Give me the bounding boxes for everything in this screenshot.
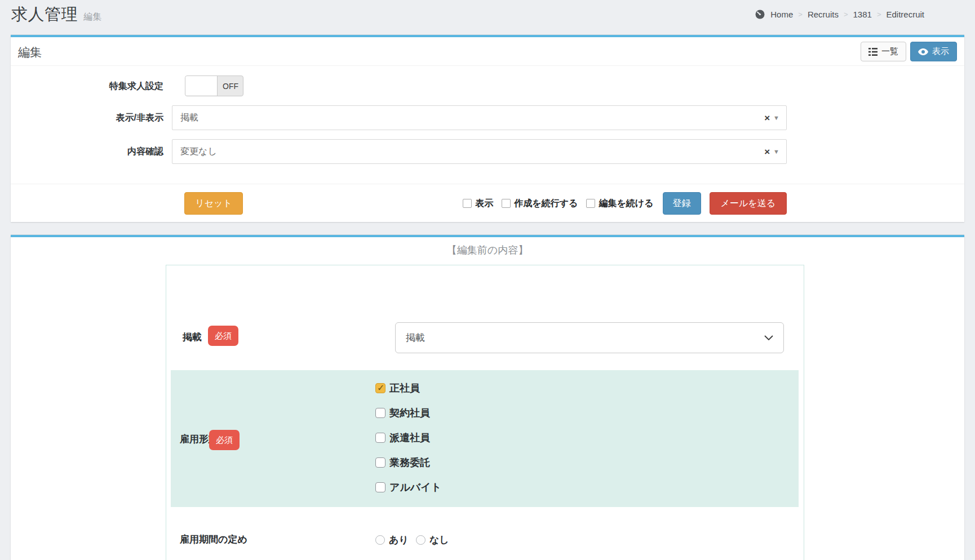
checkbox-checked[interactable] xyxy=(375,383,385,393)
list-button-label: 一覧 xyxy=(881,46,898,57)
employment-option-fulltime[interactable]: 正社員 xyxy=(375,380,420,396)
checkbox-label: 作成を続行する xyxy=(514,198,578,210)
toggle-knob xyxy=(185,76,218,96)
required-badge: 必須 xyxy=(208,326,238,346)
breadcrumb-home[interactable]: Home xyxy=(770,10,793,19)
employment-option-contract[interactable]: 契約社員 xyxy=(375,405,430,421)
screen: 求人管理編集 Home > Recruits > 1381 > Editrecr… xyxy=(0,0,975,560)
caret-down-icon[interactable]: ▼ xyxy=(773,148,786,155)
breadcrumb-separator: > xyxy=(844,10,848,19)
checkbox-label: 派遣社員 xyxy=(389,431,430,445)
breadcrumb-separator: > xyxy=(877,10,881,19)
before-edit-panel: 【編集前の内容】 掲載 必須 掲載 雇用形態 必須 正社員 契約社員 xyxy=(11,235,964,560)
featured-setting-toggle[interactable]: OFF xyxy=(185,75,243,96)
edit-panel-header: 編集 一覧 表示 xyxy=(11,37,964,66)
radio-label: なし xyxy=(429,534,449,546)
page-title-text: 求人管理 xyxy=(11,5,78,23)
send-mail-button[interactable]: メールを送る xyxy=(710,192,787,215)
edit-panel-heading: 編集 xyxy=(18,45,42,60)
publish-label: 掲載 xyxy=(183,327,202,348)
clear-icon[interactable]: × xyxy=(761,113,773,123)
before-edit-heading: 【編集前の内容】 xyxy=(11,243,964,257)
confirmation-label: 内容確認 xyxy=(11,139,163,164)
employment-period-options: あり なし xyxy=(375,532,453,548)
checkbox-box[interactable] xyxy=(375,408,385,418)
employment-period-label: 雇用期間の定め xyxy=(180,530,247,550)
publish-select-value: 掲載 xyxy=(396,331,764,344)
breadcrumb-record-id[interactable]: 1381 xyxy=(853,10,872,19)
breadcrumb: Home > Recruits > 1381 > Editrecruit xyxy=(755,10,924,19)
confirmation-select-value: 変更なし xyxy=(172,146,761,158)
continue-edit-checkbox[interactable]: 編集を続ける xyxy=(586,198,653,210)
edit-panel-actions: 一覧 表示 xyxy=(861,42,957,61)
checkbox-box[interactable] xyxy=(375,433,385,443)
checkbox-label: 業務委託 xyxy=(389,456,430,469)
checkbox-label: 編集を続ける xyxy=(599,198,653,210)
page-header: 求人管理編集 Home > Recruits > 1381 > Editrecr… xyxy=(0,0,975,32)
footer-actions: 表示 作成を続行する 編集を続ける 登録 メールを送る xyxy=(463,192,787,215)
reset-button[interactable]: リセット xyxy=(184,192,243,215)
chevron-down-icon xyxy=(764,335,783,340)
publish-select[interactable]: 掲載 xyxy=(395,322,784,353)
employment-option-parttime[interactable]: アルバイト xyxy=(375,479,441,495)
checkbox-box[interactable] xyxy=(502,199,511,208)
eye-icon xyxy=(918,48,928,55)
checkbox-label: 正社員 xyxy=(389,381,420,395)
visibility-label: 表示/非表示 xyxy=(11,105,163,130)
before-edit-box: 掲載 必須 掲載 雇用形態 必須 正社員 契約社員 派遣社員 xyxy=(166,265,804,560)
clear-icon[interactable]: × xyxy=(761,147,773,157)
list-button[interactable]: 一覧 xyxy=(861,42,906,61)
breadcrumb-current: Editrecruit xyxy=(886,10,924,19)
checkbox-label: 契約社員 xyxy=(389,406,430,420)
continue-create-checkbox[interactable]: 作成を続行する xyxy=(502,198,578,210)
show-checkbox[interactable]: 表示 xyxy=(463,198,493,210)
submit-button[interactable]: 登録 xyxy=(663,192,701,215)
page-subtitle: 編集 xyxy=(83,12,102,21)
page-title: 求人管理編集 xyxy=(11,3,102,26)
checkbox-box[interactable] xyxy=(463,199,472,208)
checkbox-label: 表示 xyxy=(475,198,493,210)
radio-yes[interactable] xyxy=(375,535,385,545)
confirmation-select[interactable]: 変更なし × ▼ xyxy=(172,139,787,164)
show-button-label: 表示 xyxy=(932,46,949,57)
divider xyxy=(11,184,964,184)
dashboard-icon xyxy=(755,10,765,19)
caret-down-icon[interactable]: ▼ xyxy=(773,114,786,121)
radio-label: あり xyxy=(389,534,409,546)
employment-type-section xyxy=(171,370,799,507)
list-icon xyxy=(868,48,878,56)
visibility-select[interactable]: 掲載 × ▼ xyxy=(172,105,787,130)
checkbox-box[interactable] xyxy=(375,457,385,468)
toggle-state-label: OFF xyxy=(217,76,243,96)
featured-setting-label: 特集求人設定 xyxy=(11,75,163,96)
checkbox-label: アルバイト xyxy=(389,481,441,494)
checkbox-box[interactable] xyxy=(586,199,595,208)
employment-option-dispatch[interactable]: 派遣社員 xyxy=(375,430,430,446)
visibility-select-value: 掲載 xyxy=(172,112,761,124)
show-button[interactable]: 表示 xyxy=(910,42,957,61)
radio-no[interactable] xyxy=(416,535,426,545)
employment-option-outsourcing[interactable]: 業務委託 xyxy=(375,455,430,470)
breadcrumb-separator: > xyxy=(798,10,803,19)
checkbox-box[interactable] xyxy=(375,482,385,492)
required-badge: 必須 xyxy=(209,430,240,450)
breadcrumb-recruits[interactable]: Recruits xyxy=(808,10,839,19)
edit-panel: 編集 一覧 表示 特集求人設定 OFF 表示 xyxy=(11,35,964,222)
